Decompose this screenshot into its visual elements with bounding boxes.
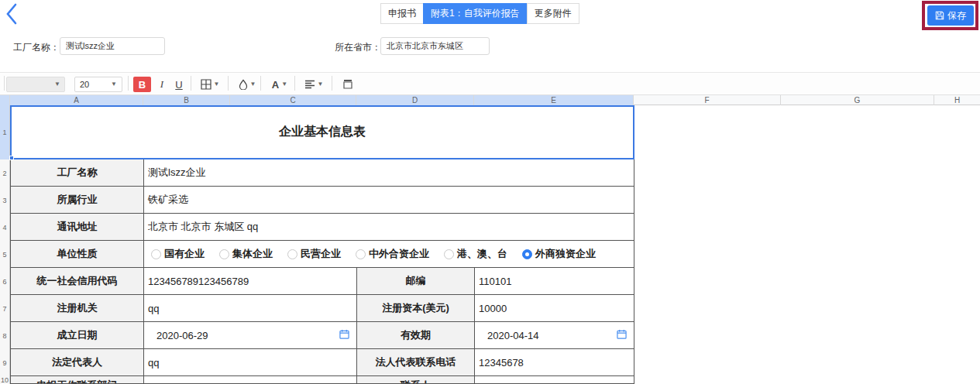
font-size-select[interactable]: 20 ▼	[74, 77, 122, 92]
toolbar-separator	[260, 76, 261, 91]
radio-label: 港、澳、台	[457, 247, 507, 261]
row-value-cell[interactable]: 123456789123456789	[144, 268, 357, 294]
column-header[interactable]: C	[230, 95, 356, 105]
column-header[interactable]: B	[143, 95, 230, 105]
table-row: 统一社会信用代码 123456789123456789 邮编 110101	[11, 268, 634, 295]
row-value-cell[interactable]: 110101	[475, 268, 634, 294]
radio-foreign-owned[interactable]: 外商独资企业	[522, 247, 596, 261]
radio-collective[interactable]: 集体企业	[219, 247, 273, 261]
table-row-partial: 申报工作联系部门 联系人	[11, 376, 634, 384]
row-value-cell[interactable]: 铁矿采选	[144, 187, 634, 213]
merge-cells-button[interactable]	[339, 77, 357, 92]
radio-icon	[219, 249, 229, 259]
row-value-cell[interactable]	[144, 376, 357, 383]
row-header[interactable]: 4	[0, 214, 9, 241]
toolbar-separator	[4, 76, 5, 91]
table-row: 注册机关 qq 注册资本(美元) 10000	[11, 295, 634, 322]
table-row: 所属行业 铁矿采选	[11, 187, 634, 214]
row-label-cell: 所属行业	[11, 187, 144, 213]
radio-joint-venture[interactable]: 中外合资企业	[356, 247, 429, 261]
row-label-cell: 通讯地址	[11, 214, 144, 240]
row-value-cell[interactable]	[475, 376, 634, 383]
column-header[interactable]: G	[781, 95, 934, 105]
toolbar-separator	[332, 76, 332, 91]
merge-cells-icon	[342, 79, 353, 90]
text-align-button[interactable]: ▼	[300, 77, 328, 92]
caret-down-icon: ▼	[111, 81, 117, 87]
row-header[interactable]: 3	[0, 187, 9, 214]
save-button-label: 保存	[947, 9, 966, 22]
row-label-cell: 法定代表人	[11, 349, 144, 375]
row-header[interactable]: 1	[0, 105, 9, 159]
row-header[interactable]: 9	[0, 349, 9, 376]
calendar-icon[interactable]	[617, 329, 627, 341]
row-label-cell: 注册资本(美元)	[357, 295, 475, 321]
caret-down-icon: ▼	[318, 81, 324, 87]
table-row-title: 企业基本信息表	[11, 105, 634, 159]
row-header[interactable]: 2	[0, 159, 9, 187]
italic-button[interactable]: I	[154, 77, 170, 92]
radio-state-owned[interactable]: 国有企业	[151, 247, 205, 261]
back-button[interactable]	[2, 2, 22, 26]
bold-button[interactable]: B	[133, 77, 151, 92]
row-label-cell: 工厂名称	[11, 159, 144, 186]
valid-date-cell[interactable]: 2020-04-14	[475, 322, 634, 348]
caret-down-icon: ▼	[54, 81, 60, 87]
table-row: 工厂名称 测试lszz企业	[11, 159, 634, 187]
radio-icon	[151, 249, 161, 259]
column-header[interactable]: H	[934, 95, 980, 105]
table-row-dates: 成立日期 2020-06-29 有效期 2020-04-14	[11, 322, 634, 349]
row-header[interactable]: 10	[0, 376, 9, 384]
province-city-label: 所在省市：	[335, 41, 381, 54]
font-family-select[interactable]: ▼	[6, 77, 65, 92]
column-header[interactable]: D	[356, 95, 474, 105]
row-header[interactable]: 6	[0, 268, 9, 295]
tab-more-attachments[interactable]: 更多附件	[527, 3, 579, 24]
column-header[interactable]: F	[634, 95, 781, 105]
factory-name-input[interactable]	[60, 37, 165, 55]
row-value-cell[interactable]: 12345678	[475, 349, 634, 375]
table-title-cell[interactable]: 企业基本信息表	[11, 105, 634, 159]
toolbar-separator	[294, 76, 295, 91]
row-label-cell: 邮编	[357, 268, 475, 294]
chevron-left-icon	[2, 15, 22, 28]
row-label-cell: 成立日期	[11, 322, 144, 348]
row-header[interactable]: 5	[0, 241, 9, 268]
radio-private[interactable]: 民营企业	[287, 247, 341, 261]
column-header[interactable]: A	[10, 95, 143, 105]
save-button[interactable]: 保存	[927, 5, 974, 26]
row-value-cell[interactable]: 10000	[475, 295, 634, 321]
radio-label: 民营企业	[301, 247, 341, 261]
row-value-cell[interactable]: qq	[144, 349, 357, 375]
column-header[interactable]: E	[474, 95, 634, 105]
table-row-unit-nature: 单位性质 国有企业 集体企业 民营企业	[11, 241, 634, 268]
row-value-cell[interactable]: qq	[144, 295, 357, 321]
toolbar-separator	[128, 76, 129, 91]
row-label-cell: 法人代表联系电话	[357, 349, 475, 375]
fill-color-button[interactable]: ▼	[233, 77, 261, 92]
borders-grid-icon	[201, 79, 211, 90]
calendar-icon[interactable]	[339, 329, 349, 341]
cell-borders-button[interactable]: ▼	[196, 77, 224, 92]
tab-declaration-form[interactable]: 申报书	[380, 3, 424, 24]
factory-name-label: 工厂名称：	[13, 41, 60, 54]
row-value-cell[interactable]: 测试lszz企业	[144, 159, 634, 186]
tab-self-evaluation-report[interactable]: 附表1：自我评价报告	[423, 3, 528, 24]
row-value-cell[interactable]: 北京市 北京市 东城区 qq	[144, 214, 634, 240]
align-lines-icon	[304, 80, 315, 89]
font-color-button[interactable]: A ▼	[266, 77, 294, 92]
underline-button[interactable]: U	[171, 77, 187, 92]
province-city-input[interactable]	[380, 37, 490, 55]
row-header[interactable]: 7	[0, 295, 9, 322]
row-value-cell: 国有企业 集体企业 民营企业 中外合资企业	[144, 241, 634, 267]
row-header[interactable]: 8	[0, 322, 9, 349]
establish-date-cell[interactable]: 2020-06-29	[144, 322, 357, 348]
sheet-corner-cell[interactable]	[0, 95, 10, 105]
radio-selected-icon	[522, 249, 532, 259]
radio-hk-macau-taiwan[interactable]: 港、澳、台	[444, 247, 507, 261]
row-label-cell: 统一社会信用代码	[11, 268, 144, 294]
caret-down-icon: ▼	[250, 81, 256, 87]
row-label-cell: 注册机关	[11, 295, 144, 321]
radio-label: 外商独资企业	[535, 247, 596, 261]
date-value: 2020-04-14	[487, 330, 539, 341]
